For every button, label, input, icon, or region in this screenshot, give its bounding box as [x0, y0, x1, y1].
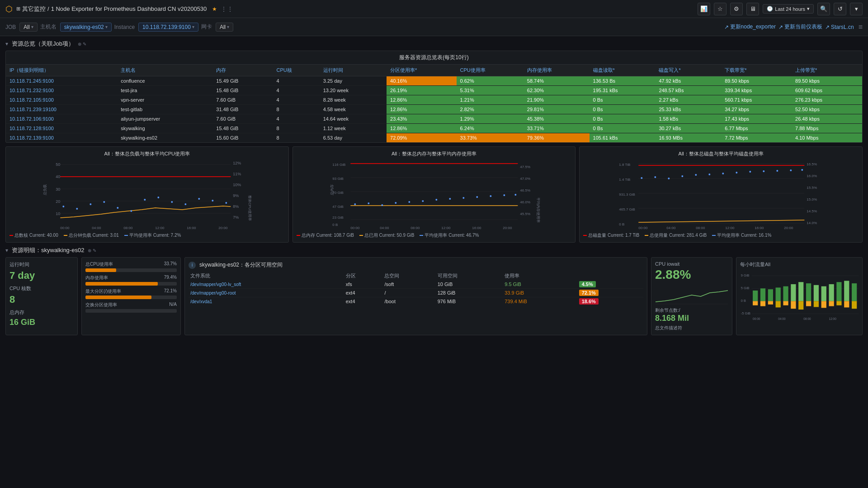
collapse-btn-1[interactable]: ▾ — [5, 41, 8, 47]
svg-point-104 — [763, 170, 765, 172]
disk-mount: /boot — [382, 297, 435, 306]
svg-text:20: 20 — [56, 199, 60, 204]
monitor-icon-btn[interactable]: 🖥 — [746, 3, 759, 15]
svg-text:15.5%: 15.5% — [807, 186, 817, 190]
section1-header: ▾ 资源总览（关联Job项） ⊕ ✎ — [5, 40, 863, 48]
svg-text:04:00: 04:00 — [778, 317, 786, 320]
svg-rect-144 — [806, 301, 811, 306]
refresh-btn[interactable]: ↺ — [834, 3, 846, 15]
svg-text:总负载: 总负载 — [43, 184, 47, 196]
mem-bar-container: 内存使用率 79.4% — [85, 275, 177, 286]
legend-label-total: 总数核 Current: 40.00 — [14, 232, 58, 239]
svg-text:465.7 GiB: 465.7 GiB — [619, 207, 636, 211]
svg-text:20:00: 20:00 — [784, 226, 794, 230]
host-filter[interactable]: skywalking-es02 ▾ — [60, 23, 112, 32]
svg-text:16:00: 16:00 — [187, 226, 196, 230]
star-icon[interactable]: ★ — [212, 6, 217, 12]
svg-point-58 — [381, 204, 383, 206]
svg-rect-132 — [821, 286, 826, 301]
legend-label-avg: 平均使用率 Current: 7.2% — [129, 232, 181, 239]
cell-dl: 6.77 Mbps — [721, 124, 792, 133]
svg-text:10: 10 — [56, 211, 60, 216]
collapse-btn-2[interactable]: ▾ — [5, 247, 8, 253]
legend-label-used-disk: 总使用量 Current: 281.4 GiB — [650, 232, 707, 239]
mem-bar-bg — [85, 282, 177, 286]
cell-cpu-pct: 0.62% — [457, 76, 524, 86]
svg-rect-135 — [844, 281, 849, 301]
filter-bar: JOB All ▾ 主机名 skywalking-es02 ▾ Instance… — [0, 18, 868, 36]
starsl-link[interactable]: ↗ StarsL.cn — [825, 24, 854, 30]
breadcrumb-root[interactable]: 其它监控 — [22, 5, 46, 13]
svg-point-27 — [198, 198, 200, 200]
disk-avail: 9.5 GiB — [503, 280, 577, 289]
svg-point-107 — [802, 169, 803, 171]
cpu-usage-value: 33.7% — [164, 261, 177, 267]
job-filter[interactable]: All ▾ — [19, 23, 37, 32]
cell-ip[interactable]: 10.118.72.106:9100 — [6, 114, 117, 124]
svg-rect-143 — [798, 301, 803, 310]
svg-point-68 — [514, 194, 516, 196]
mem-bar-label-text: 内存使用率 — [85, 275, 108, 281]
zoom-out-btn[interactable]: 🔍 — [817, 3, 830, 15]
job-label: JOB — [5, 24, 16, 30]
svg-rect-127 — [783, 286, 788, 301]
update-dashboard-link[interactable]: ↗ 更新当前仪表板 — [778, 23, 822, 31]
cell-disk-read: 0 Bs — [590, 95, 656, 105]
iowait-chart — [655, 284, 728, 306]
cell-ip[interactable]: 10.118.71.239:19100 — [6, 105, 117, 114]
cell-ip[interactable]: 10.118.71.232:9100 — [6, 86, 117, 95]
svg-point-24 — [157, 197, 159, 198]
svg-point-105 — [777, 170, 778, 172]
disk-bar-label: 最大分区(/)使用率 72.1% — [85, 288, 177, 295]
instance-filter[interactable]: 10.118.72.139:9100 ▾ — [138, 23, 198, 32]
menu-btn[interactable]: ▾ — [850, 3, 863, 15]
disk-type: ext4 — [344, 289, 383, 297]
update-node-link[interactable]: ↗ 更新node_exporter — [724, 23, 776, 31]
svg-rect-123 — [753, 291, 758, 301]
svg-text:0 B: 0 B — [332, 223, 338, 227]
col-ul: 上传带宽* — [792, 65, 862, 76]
cell-ip[interactable]: 10.118.72.128:9100 — [6, 124, 117, 133]
cell-mem: 15.48 GiB — [212, 86, 273, 95]
disk-table-panel: i skywalking-es02：各分区可用空间 文件系统 分区 总空间 可用… — [184, 257, 647, 335]
svg-text:40: 40 — [56, 174, 60, 179]
netcard-filter[interactable]: All ▾ — [216, 23, 233, 32]
cell-cpu-pct: 6.24% — [457, 124, 524, 133]
disk-bar-fill — [85, 296, 151, 299]
disk-header-row: 文件系统 分区 总空间 可用空间 使用率 — [189, 272, 643, 280]
cell-ip[interactable]: 10.118.72.139:9100 — [6, 133, 117, 143]
svg-text:14.5%: 14.5% — [807, 209, 817, 213]
mem-total-value: 16 GiB — [9, 318, 74, 327]
charts-row: All：整体总负载与整体平均CPU使用率 50 40 30 20 10 12% … — [5, 146, 863, 243]
time-picker[interactable]: 🕐 Last 24 hours ▾ — [763, 4, 814, 14]
svg-point-18 — [76, 208, 78, 210]
svg-text:8%: 8% — [233, 204, 239, 209]
disk-chart-area: 1.8 TiB 1.4 TiB 931.3 GiB 465.7 GiB 0 B … — [583, 159, 859, 231]
mem-bar-value: 79.4% — [164, 275, 177, 281]
cell-ip[interactable]: 10.118.72.105:9100 — [6, 95, 117, 105]
svg-rect-150 — [852, 301, 857, 309]
cell-disk-read: 195.31 kBs — [590, 86, 656, 95]
traffic-svg: 9 GiB 5 GiB 0 B -5 GiB — [740, 270, 859, 324]
settings-icon-btn[interactable]: ⚙ — [730, 3, 743, 15]
disk-mount: / — [382, 289, 435, 297]
mem-total-label: 总内存 — [9, 309, 74, 316]
cell-disk-pct: 12.86% — [387, 105, 457, 114]
hamburger-icon[interactable]: ≡ — [859, 23, 863, 31]
legend-label-total-mem: 总内存 Current: 108.7 GiB — [302, 232, 354, 239]
disk-fs: /dev/xvda1 — [189, 297, 344, 306]
chart-icon-btn[interactable]: 📊 — [698, 3, 710, 15]
disk-total: 976 MiB — [436, 297, 503, 306]
svg-rect-128 — [791, 284, 796, 301]
svg-text:08:00: 08:00 — [410, 226, 420, 230]
logo-icon: ⬡ — [5, 4, 13, 14]
bars-panel: 总CPU使用率 33.7% 内存使用率 79.4% 最大分区(/)使用率 — [81, 257, 181, 335]
table-row: 10.118.71.239:19100 test-gitlab 31.48 Gi… — [6, 105, 862, 114]
star-icon-btn[interactable]: ☆ — [714, 3, 726, 15]
cell-uptime: 4.58 week — [320, 105, 387, 114]
disk-fs: /dev/mapper/vg00-lv_soft — [189, 280, 344, 289]
disk-info-icon: i — [189, 262, 196, 269]
share-icon[interactable]: ⋮⋮ — [221, 5, 233, 13]
cell-ip[interactable]: 10.118.71.245:9100 — [6, 76, 117, 86]
cell-cpu-pct: 1.21% — [457, 95, 524, 105]
